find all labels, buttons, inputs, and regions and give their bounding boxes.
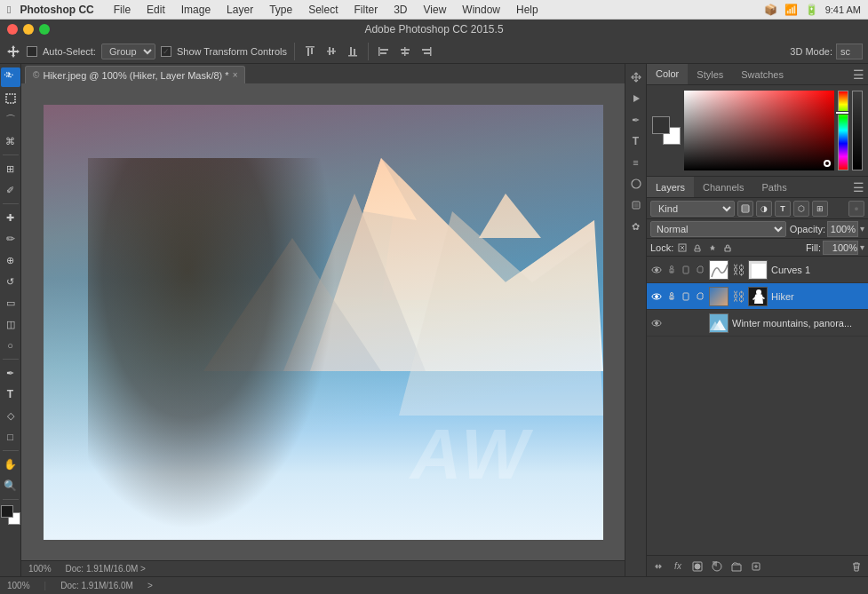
filter-shape-btn[interactable]: ⬡	[793, 201, 809, 217]
layer-eye-mountains[interactable]	[650, 317, 663, 329]
menu-layer[interactable]: Layer	[219, 2, 260, 18]
opacity-input[interactable]	[827, 221, 858, 237]
tab-paths[interactable]: Paths	[753, 177, 796, 197]
lock-all-btn[interactable]	[721, 242, 734, 254]
right-flower-icon[interactable]: ✿	[626, 217, 646, 236]
close-button[interactable]	[7, 24, 18, 35]
foreground-color-swatch[interactable]	[1, 505, 13, 518]
dodge-btn[interactable]: ○	[1, 336, 20, 355]
menu-3d[interactable]: 3D	[386, 2, 414, 18]
layer-chain-hiker[interactable]: ⛓	[732, 289, 745, 304]
layer-row-hiker[interactable]: ⛓ Hiker	[647, 283, 868, 310]
new-group-btn[interactable]	[729, 558, 745, 574]
fill-input[interactable]	[823, 241, 858, 255]
link-layers-btn[interactable]	[650, 558, 666, 574]
color-panel-menu-btn[interactable]: ☰	[853, 67, 864, 82]
layer-row-mountains[interactable]: Winter mountains, panora...	[647, 310, 868, 337]
filter-adjustment-btn[interactable]: ◑	[756, 201, 772, 217]
fg-bg-colors[interactable]	[652, 116, 681, 145]
layer-fx-btn[interactable]: fx	[670, 558, 686, 574]
layer-eye-curves1[interactable]	[650, 264, 663, 276]
menu-window[interactable]: Window	[455, 2, 507, 18]
eyedropper-btn[interactable]: ✐	[1, 180, 20, 200]
layers-panel-menu-btn[interactable]: ☰	[853, 180, 864, 194]
filter-smart-btn[interactable]: ⊞	[812, 201, 828, 217]
tab-layers[interactable]: Layers	[647, 177, 694, 197]
path-selection-btn[interactable]: ◇	[1, 406, 20, 425]
fg-bg-swatch[interactable]	[1, 505, 20, 525]
lasso-btn[interactable]: ⌒	[1, 110, 20, 130]
delete-layer-btn[interactable]	[848, 558, 864, 574]
right-circle-icon[interactable]	[626, 174, 646, 194]
adjustment-layer-btn[interactable]	[709, 558, 725, 574]
menu-filter[interactable]: Filter	[347, 2, 386, 18]
type-btn[interactable]: T	[1, 384, 20, 404]
menu-select[interactable]: Select	[301, 2, 345, 18]
menu-file[interactable]: File	[107, 2, 138, 18]
menu-image[interactable]: Image	[174, 2, 218, 18]
align-hcenter-icon[interactable]	[397, 44, 413, 59]
group-dropdown[interactable]: Group Layer	[101, 44, 155, 59]
menu-view[interactable]: View	[417, 2, 454, 18]
tab-channels[interactable]: Channels	[694, 177, 753, 197]
healing-brush-btn[interactable]: ✚	[1, 208, 20, 227]
menu-edit[interactable]: Edit	[139, 2, 172, 18]
transform-checkbox[interactable]: ✓	[161, 46, 171, 57]
apple-menu[interactable]: 	[7, 4, 11, 16]
layers-list[interactable]: ⛓ Curves 1	[647, 257, 868, 555]
tab-color[interactable]: Color	[647, 64, 688, 84]
right-move-icon[interactable]	[626, 67, 646, 87]
fg-color-box[interactable]	[652, 116, 670, 134]
move-options-icon[interactable]	[5, 44, 21, 59]
history-brush-btn[interactable]: ↺	[1, 272, 20, 291]
crop-btn[interactable]: ⊞	[1, 159, 20, 178]
align-left-icon[interactable]	[376, 44, 392, 59]
eraser-btn[interactable]: ▭	[1, 293, 20, 313]
filter-pixel-btn[interactable]	[737, 201, 753, 217]
zoom-btn[interactable]: 🔍	[1, 476, 20, 495]
move-tool-btn[interactable]	[1, 67, 20, 87]
lock-image-btn[interactable]	[691, 242, 704, 254]
doc-arrow[interactable]: >	[140, 564, 146, 574]
doc-info-arrow[interactable]: >	[147, 581, 153, 590]
blend-mode-dropdown[interactable]: Normal Dissolve Darken Multiply Color Bu…	[650, 221, 786, 237]
magic-wand-btn[interactable]: ⌘	[1, 131, 20, 151]
rectangular-marquee-btn[interactable]	[1, 89, 20, 108]
pen-btn[interactable]: ✒	[1, 363, 20, 383]
3d-sc-input[interactable]: sc	[836, 44, 863, 59]
filter-toggle-btn[interactable]: ●	[848, 201, 864, 217]
menu-type[interactable]: Type	[262, 2, 299, 18]
shape-btn[interactable]: □	[1, 427, 20, 447]
layer-eye-hiker[interactable]	[650, 290, 663, 303]
hand-btn[interactable]: ✋	[1, 455, 20, 474]
auto-select-checkbox[interactable]	[27, 46, 37, 57]
alpha-slider[interactable]	[852, 91, 863, 170]
canvas-tab[interactable]: © Hiker.jpeg @ 100% (Hiker, Layer Mask/8…	[25, 66, 245, 83]
align-bottom-icon[interactable]	[345, 44, 361, 59]
tab-swatches[interactable]: Swatches	[732, 64, 792, 84]
color-picker-gradient[interactable]	[684, 91, 834, 170]
hue-slider[interactable]	[838, 91, 848, 170]
align-top-icon[interactable]	[302, 44, 318, 59]
fill-arrow[interactable]: ▾	[860, 242, 864, 252]
opacity-arrow[interactable]: ▾	[860, 224, 864, 234]
filter-type-btn[interactable]: T	[775, 201, 791, 217]
right-text-icon[interactable]: ≡	[626, 153, 646, 172]
right-play-icon[interactable]	[626, 89, 646, 108]
lock-position-btn[interactable]	[706, 242, 719, 254]
tab-styles[interactable]: Styles	[688, 64, 732, 84]
align-right-icon[interactable]	[418, 44, 434, 59]
right-3d-icon[interactable]	[626, 195, 646, 215]
add-mask-btn[interactable]	[689, 558, 705, 574]
brush-btn[interactable]: ✏	[1, 229, 20, 249]
maximize-button[interactable]	[39, 24, 50, 35]
app-name[interactable]: Photoshop CC	[20, 4, 93, 16]
gradient-btn[interactable]: ◫	[1, 314, 20, 334]
layer-chain-curves1[interactable]: ⛓	[732, 263, 745, 277]
layer-row-curves1[interactable]: ⛓ Curves 1	[647, 257, 868, 283]
tab-close-btn[interactable]: ×	[233, 70, 238, 80]
menu-help[interactable]: Help	[509, 2, 545, 18]
kind-filter-dropdown[interactable]: Kind Name Effect Mode Attribute Color Sm…	[650, 201, 735, 217]
right-type-icon[interactable]: T	[626, 131, 646, 151]
align-vcenter-icon[interactable]	[323, 44, 339, 59]
